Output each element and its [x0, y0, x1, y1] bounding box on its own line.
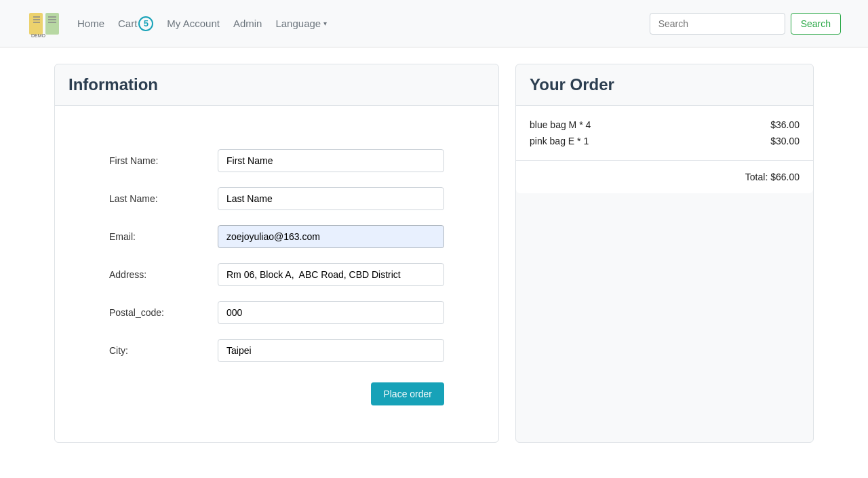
order-item-description-1: pink bag E * 1: [530, 136, 589, 146]
search-input[interactable]: [650, 13, 785, 35]
navbar: DEMO Home Cart 5 My Account Admin Langua…: [0, 0, 868, 47]
nav-link-cart[interactable]: Cart: [118, 18, 137, 29]
order-title: Your Order: [530, 75, 800, 94]
nav-item-admin[interactable]: Admin: [233, 18, 262, 30]
nav-item-home[interactable]: Home: [77, 18, 104, 30]
place-order-button[interactable]: Place order: [371, 382, 444, 405]
cart-badge: 5: [138, 16, 153, 31]
form-row-firstname: First Name:: [109, 149, 444, 172]
form-actions: Place order: [109, 382, 444, 405]
nav-item-myaccount[interactable]: My Account: [167, 18, 220, 30]
input-city[interactable]: [218, 339, 444, 362]
order-card-header: Your Order: [516, 64, 813, 106]
order-total-label: Total:: [745, 172, 768, 182]
svg-rect-1: [45, 13, 59, 35]
order-items: blue bag M * 4 $36.00 pink bag E * 1 $30…: [516, 106, 813, 161]
dropdown-arrow-icon: ▾: [323, 20, 327, 27]
input-firstname[interactable]: [218, 149, 444, 172]
navbar-left: DEMO Home Cart 5 My Account Admin Langua…: [27, 7, 327, 41]
navbar-right: Search: [650, 13, 841, 35]
search-button[interactable]: Search: [791, 13, 841, 35]
label-postalcode: Postal_code:: [109, 307, 218, 318]
svg-rect-0: [29, 13, 43, 35]
information-card: Information First Name: Last Name: Email…: [54, 64, 499, 443]
nav-link-admin[interactable]: Admin: [233, 18, 262, 29]
information-card-header: Information: [55, 64, 498, 106]
form-row-city: City:: [109, 339, 444, 362]
label-city: City:: [109, 345, 218, 356]
order-item-description-0: blue bag M * 4: [530, 119, 591, 130]
input-lastname[interactable]: [218, 187, 444, 210]
form-row-lastname: Last Name:: [109, 187, 444, 210]
input-postalcode[interactable]: [218, 301, 444, 324]
order-total-value: $66.00: [770, 172, 800, 182]
order-item-price-1: $30.00: [770, 136, 800, 146]
information-form: First Name: Last Name: Email: Address:: [68, 122, 485, 426]
label-address: Address:: [109, 269, 218, 280]
order-card: Your Order blue bag M * 4 $36.00 pink ba…: [515, 64, 814, 443]
information-card-body: First Name: Last Name: Email: Address:: [55, 106, 498, 442]
main-content: Information First Name: Last Name: Email…: [27, 47, 841, 459]
information-title: Information: [68, 75, 485, 94]
nav-link-language[interactable]: Language: [275, 18, 321, 29]
form-row-address: Address:: [109, 263, 444, 286]
input-email[interactable]: [218, 225, 444, 248]
logo-icon: DEMO: [28, 7, 60, 40]
svg-text:DEMO: DEMO: [31, 33, 46, 38]
nav-links: Home Cart 5 My Account Admin Language ▾: [77, 16, 327, 31]
nav-link-home[interactable]: Home: [77, 18, 104, 29]
order-item-1: pink bag E * 1 $30.00: [530, 133, 800, 149]
input-address[interactable]: [218, 263, 444, 286]
label-lastname: Last Name:: [109, 193, 218, 204]
nav-item-cart[interactable]: Cart 5: [118, 16, 153, 31]
logo[interactable]: DEMO: [27, 7, 61, 41]
form-row-email: Email:: [109, 225, 444, 248]
form-row-postalcode: Postal_code:: [109, 301, 444, 324]
nav-item-language[interactable]: Language ▾: [275, 18, 327, 29]
order-item-0: blue bag M * 4 $36.00: [530, 117, 800, 133]
order-item-price-0: $36.00: [770, 119, 800, 130]
label-email: Email:: [109, 231, 218, 242]
nav-link-myaccount[interactable]: My Account: [167, 18, 220, 29]
language-dropdown[interactable]: Language ▾: [275, 18, 327, 29]
order-total: Total: $66.00: [516, 161, 813, 193]
label-firstname: First Name:: [109, 155, 218, 166]
